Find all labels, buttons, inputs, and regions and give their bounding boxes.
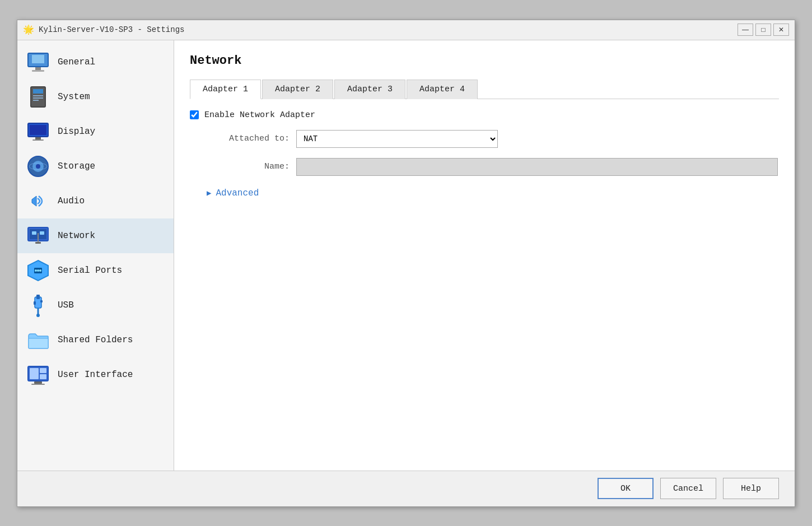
svg-point-25 bbox=[35, 269, 37, 272]
sidebar-item-display-label: Display bbox=[58, 127, 95, 137]
sidebar-item-system-label: System bbox=[58, 92, 90, 102]
tab-adapter1[interactable]: Adapter 1 bbox=[190, 80, 261, 99]
svg-rect-38 bbox=[34, 381, 42, 384]
sidebar-item-general-label: General bbox=[58, 57, 95, 67]
sidebar-item-usb[interactable]: USB bbox=[17, 288, 174, 323]
attached-to-label: Attached to: bbox=[207, 134, 296, 143]
tab-adapter4[interactable]: Adapter 4 bbox=[407, 80, 478, 99]
svg-rect-33 bbox=[29, 338, 48, 348]
tab-adapter3[interactable]: Adapter 3 bbox=[334, 80, 405, 99]
name-label: Name: bbox=[207, 162, 296, 171]
svg-rect-22 bbox=[35, 242, 41, 244]
enable-adapter-checkbox[interactable] bbox=[190, 110, 199, 119]
help-button[interactable]: Help bbox=[723, 478, 779, 499]
window-title: Kylin-Server-V10-SP3 - Settings bbox=[39, 25, 184, 34]
page-title: Network bbox=[190, 54, 779, 68]
general-icon bbox=[26, 50, 50, 74]
name-row: Name: bbox=[207, 158, 779, 176]
sidebar-item-userinterface[interactable]: User Interface bbox=[17, 357, 174, 392]
enable-network-row: Enable Network Adapter bbox=[190, 110, 779, 120]
svg-rect-36 bbox=[40, 368, 46, 373]
titlebar: 🌟 Kylin-Server-V10-SP3 - Settings — □ ✕ bbox=[17, 20, 795, 40]
advanced-row: ▶ Advanced bbox=[207, 188, 779, 198]
sidebar-item-network[interactable]: Network bbox=[17, 218, 174, 253]
app-icon: 🌟 bbox=[23, 24, 34, 35]
svg-rect-12 bbox=[32, 139, 44, 141]
svg-point-30 bbox=[36, 314, 40, 317]
tab-adapter2[interactable]: Adapter 2 bbox=[262, 80, 333, 99]
svg-rect-37 bbox=[40, 374, 46, 379]
attached-to-row: Attached to: NAT Bridged Adapter Interna… bbox=[207, 130, 779, 148]
svg-rect-19 bbox=[32, 231, 36, 235]
sidebar-item-display[interactable]: Display bbox=[17, 114, 174, 149]
sidebar-item-general[interactable]: General bbox=[17, 45, 174, 80]
svg-rect-29 bbox=[36, 295, 40, 299]
sidebar-item-audio-label: Audio bbox=[58, 196, 85, 206]
sidebar-item-serialports-label: Serial Ports bbox=[58, 266, 122, 276]
svg-rect-8 bbox=[33, 100, 39, 101]
sharedfolders-icon bbox=[26, 328, 50, 352]
advanced-arrow-icon[interactable]: ▶ bbox=[207, 188, 211, 198]
attached-to-select[interactable]: NAT Bridged Adapter Internal Network Hos… bbox=[296, 130, 498, 148]
svg-point-27 bbox=[39, 269, 41, 272]
sidebar-item-storage[interactable]: Storage bbox=[17, 149, 174, 184]
svg-rect-3 bbox=[32, 70, 44, 72]
settings-window: 🌟 Kylin-Server-V10-SP3 - Settings — □ ✕ bbox=[17, 20, 795, 507]
adapter-tabs: Adapter 1 Adapter 2 Adapter 3 Adapter 4 bbox=[190, 79, 779, 99]
sidebar-item-network-label: Network bbox=[58, 231, 95, 241]
svg-rect-1 bbox=[32, 55, 44, 63]
display-icon bbox=[26, 120, 50, 143]
minimize-button[interactable]: — bbox=[738, 24, 753, 36]
sidebar-item-serialports[interactable]: Serial Ports bbox=[17, 253, 174, 288]
sidebar-item-storage-label: Storage bbox=[58, 161, 95, 171]
svg-rect-6 bbox=[33, 95, 43, 96]
maximize-button[interactable]: □ bbox=[755, 24, 771, 36]
sidebar-item-audio[interactable]: Audio bbox=[17, 184, 174, 218]
svg-rect-7 bbox=[33, 97, 43, 99]
advanced-label[interactable]: Advanced bbox=[216, 188, 259, 198]
cancel-button[interactable]: Cancel bbox=[660, 478, 716, 499]
adapter-form: Enable Network Adapter Attached to: NAT … bbox=[190, 110, 779, 198]
ok-button[interactable]: OK bbox=[598, 478, 654, 499]
titlebar-left: 🌟 Kylin-Server-V10-SP3 - Settings bbox=[23, 24, 184, 35]
svg-rect-2 bbox=[35, 67, 41, 70]
sidebar-item-usb-label: USB bbox=[58, 300, 74, 310]
serialports-icon bbox=[26, 259, 50, 282]
storage-icon bbox=[26, 155, 50, 178]
svg-rect-31 bbox=[34, 301, 36, 305]
svg-point-26 bbox=[37, 269, 39, 272]
audio-icon bbox=[26, 189, 50, 213]
system-icon bbox=[26, 85, 50, 109]
close-button[interactable]: ✕ bbox=[773, 24, 789, 36]
sidebar-item-userinterface-label: User Interface bbox=[58, 370, 133, 380]
main-content: Network Adapter 1 Adapter 2 Adapter 3 Ad… bbox=[174, 40, 795, 471]
usb-icon bbox=[26, 294, 50, 317]
sidebar-item-sharedfolders[interactable]: Shared Folders bbox=[17, 323, 174, 357]
svg-rect-35 bbox=[30, 368, 39, 379]
svg-rect-39 bbox=[31, 384, 45, 385]
svg-rect-32 bbox=[40, 300, 43, 302]
sidebar-item-system[interactable]: System bbox=[17, 80, 174, 114]
name-input-disabled bbox=[296, 158, 778, 176]
svg-point-15 bbox=[36, 164, 40, 169]
titlebar-controls: — □ ✕ bbox=[738, 24, 789, 36]
sidebar-item-sharedfolders-label: Shared Folders bbox=[58, 335, 133, 345]
network-icon bbox=[26, 224, 50, 248]
footer: OK Cancel Help bbox=[17, 471, 795, 506]
content-area: General System bbox=[17, 40, 795, 471]
enable-adapter-label[interactable]: Enable Network Adapter bbox=[204, 110, 315, 120]
svg-rect-20 bbox=[40, 231, 44, 235]
userinterface-icon bbox=[26, 363, 50, 387]
svg-rect-5 bbox=[33, 89, 43, 94]
sidebar: General System bbox=[17, 40, 174, 471]
svg-rect-11 bbox=[35, 137, 41, 139]
svg-rect-10 bbox=[30, 125, 46, 135]
